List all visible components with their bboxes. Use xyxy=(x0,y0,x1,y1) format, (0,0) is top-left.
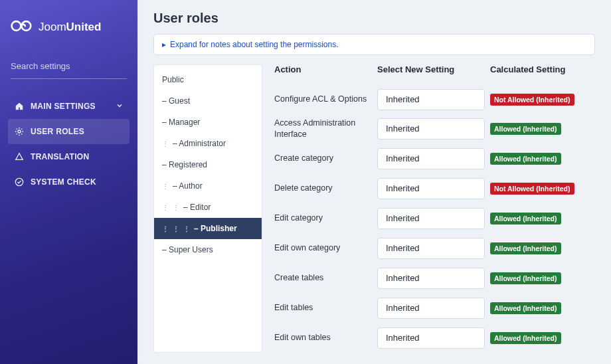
role-row[interactable]: ⋮– Administrator xyxy=(154,133,262,154)
permission-row: Edit categoryInheritedAllowed (Inherited… xyxy=(274,203,595,233)
tree-indent-icon: ⋮ xyxy=(162,140,167,147)
permission-row: Edit own tablesInheritedAllowed (Inherit… xyxy=(274,323,595,353)
role-row[interactable]: – Super Users xyxy=(154,239,262,260)
sidebar-nav: MAIN SETTINGSUSER ROLESTRANSLATIONSYSTEM… xyxy=(8,94,130,195)
permission-select[interactable]: Inherited xyxy=(377,118,485,139)
permissions-panel: Action Select New Setting Calculated Set… xyxy=(274,64,595,353)
permission-select[interactable]: Inherited xyxy=(377,178,485,199)
tree-indent-icon: ⋮ xyxy=(173,225,178,232)
permission-row: Access Administration InterfaceInherited… xyxy=(274,114,595,143)
svg-point-2 xyxy=(18,130,21,133)
permission-label: Create tables xyxy=(274,272,377,284)
permission-select[interactable]: Inherited xyxy=(377,208,485,229)
role-row[interactable]: – Guest xyxy=(154,90,262,112)
logo-mark-icon xyxy=(11,15,33,40)
tree-indent-icon: ⋮ xyxy=(173,204,178,211)
permission-row: Edit tablesInheritedAllowed (Inherited) xyxy=(274,293,595,323)
role-label: Public xyxy=(162,75,184,84)
permission-select[interactable]: Inherited xyxy=(377,327,485,349)
column-header-action: Action xyxy=(274,64,377,81)
sidebar-item-label: MAIN SETTINGS xyxy=(31,102,96,111)
role-row[interactable]: – Registered xyxy=(154,154,262,175)
permission-label: Edit tables xyxy=(274,302,377,314)
calculated-badge: Allowed (Inherited) xyxy=(490,123,561,135)
tree-indent-icon: ⋮ xyxy=(162,225,167,232)
tree-indent-icon: ⋮ xyxy=(162,204,167,211)
notes-expander[interactable]: ▸ Expand for notes about setting the per… xyxy=(153,34,595,55)
role-row[interactable]: Public xyxy=(154,69,262,90)
sidebar: JoomUnited MAIN SETTINGSUSER ROLESTRANSL… xyxy=(0,0,137,364)
permission-label: Configure ACL & Options xyxy=(274,94,377,105)
role-label: – Super Users xyxy=(162,245,213,254)
calculated-badge: Not Allowed (Inherited) xyxy=(490,183,574,195)
permission-select[interactable]: Inherited xyxy=(377,298,485,319)
role-row[interactable]: ⋮⋮– Editor xyxy=(154,197,262,218)
permission-row: Delete categoryInheritedNot Allowed (Inh… xyxy=(274,173,595,203)
permission-select[interactable]: Inherited xyxy=(377,238,485,259)
column-header-setting: Select New Setting xyxy=(377,64,490,81)
permission-label: Edit category xyxy=(274,213,377,224)
gear-icon xyxy=(15,127,24,136)
permission-row: Edit own categoryInheritedAllowed (Inher… xyxy=(274,233,595,263)
sidebar-item-system-check[interactable]: SYSTEM CHECK xyxy=(8,169,130,195)
calculated-badge: Allowed (Inherited) xyxy=(490,213,561,225)
triangle-icon xyxy=(15,152,24,161)
permission-label: Create category xyxy=(274,153,377,164)
role-row[interactable]: ⋮⋮⋮– Publisher xyxy=(154,218,262,239)
permission-select[interactable]: Inherited xyxy=(377,268,485,289)
roles-tree: Public– Guest– Manager⋮– Administrator– … xyxy=(153,64,262,353)
tree-indent-icon: ⋮ xyxy=(183,225,189,232)
permission-row: Create categoryInheritedAllowed (Inherit… xyxy=(274,143,595,173)
brand-name: JoomUnited xyxy=(39,21,101,34)
search-input[interactable] xyxy=(11,61,127,71)
permission-label: Delete category xyxy=(274,183,377,194)
column-header-calculated: Calculated Setting xyxy=(490,64,595,81)
role-label: – Manager xyxy=(162,118,200,127)
calculated-badge: Allowed (Inherited) xyxy=(490,302,561,314)
calculated-badge: Not Allowed (Inherited) xyxy=(490,94,574,106)
tree-indent-icon: ⋮ xyxy=(162,183,167,190)
permission-select[interactable]: Inherited xyxy=(377,89,485,110)
calculated-badge: Allowed (Inherited) xyxy=(490,272,561,284)
permission-label: Edit own tables xyxy=(274,332,377,343)
svg-point-0 xyxy=(12,21,21,31)
sidebar-item-label: SYSTEM CHECK xyxy=(31,177,96,187)
permission-label: Access Administration Interface xyxy=(274,118,377,140)
caret-right-icon: ▸ xyxy=(162,40,166,49)
calculated-badge: Allowed (Inherited) xyxy=(490,242,561,254)
notes-label: Expand for notes about setting the permi… xyxy=(170,40,338,49)
page-title: User roles xyxy=(153,11,595,26)
role-label: – Editor xyxy=(183,203,211,212)
sidebar-item-translation[interactable]: TRANSLATION xyxy=(8,144,130,169)
role-label: – Registered xyxy=(162,160,207,169)
permission-label: Edit own category xyxy=(274,242,377,254)
home-icon xyxy=(15,102,24,111)
role-row[interactable]: – Manager xyxy=(154,112,262,133)
svg-point-1 xyxy=(21,21,31,31)
main-content: User roles ▸ Expand for notes about sett… xyxy=(137,0,611,364)
role-label: – Guest xyxy=(162,96,190,106)
brand-logo: JoomUnited xyxy=(8,12,130,56)
check-icon xyxy=(15,177,24,187)
calculated-badge: Allowed (Inherited) xyxy=(490,332,561,344)
permission-row: Create tablesInheritedAllowed (Inherited… xyxy=(274,263,595,293)
sidebar-item-user-roles[interactable]: USER ROLES xyxy=(8,119,130,144)
role-row[interactable]: ⋮– Author xyxy=(154,175,262,197)
role-label: – Administrator xyxy=(173,139,226,148)
role-label: – Author xyxy=(173,181,203,191)
permission-row: Configure ACL & OptionsInheritedNot Allo… xyxy=(274,84,595,114)
calculated-badge: Allowed (Inherited) xyxy=(490,153,561,165)
search-box[interactable] xyxy=(11,60,127,79)
sidebar-item-label: USER ROLES xyxy=(31,127,84,136)
role-label: – Publisher xyxy=(194,224,237,233)
sidebar-item-label: TRANSLATION xyxy=(31,152,89,161)
chevron-down-icon xyxy=(116,102,123,111)
sidebar-item-main-settings[interactable]: MAIN SETTINGS xyxy=(8,94,130,119)
permission-select[interactable]: Inherited xyxy=(377,148,485,169)
